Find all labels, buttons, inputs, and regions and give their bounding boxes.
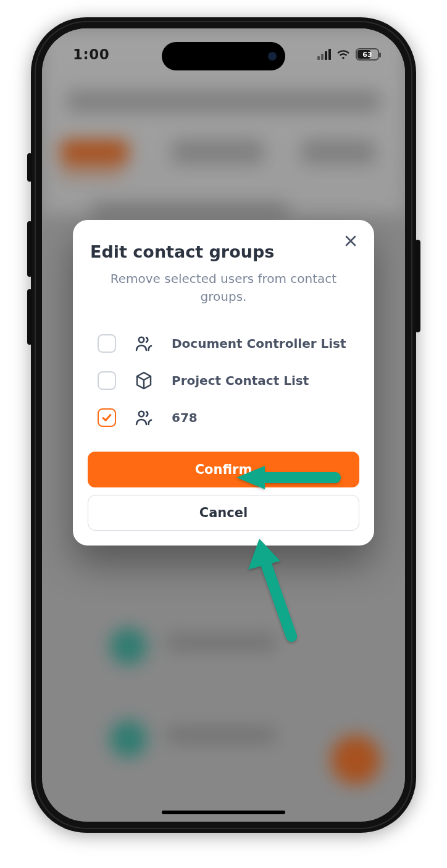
annotation-arrow-up [248, 539, 304, 644]
side-button [27, 153, 32, 182]
svg-point-0 [139, 337, 144, 342]
edit-contact-groups-modal: Edit contact groups Remove selected user… [73, 220, 374, 546]
check-icon [101, 411, 113, 424]
status-time: 1:00 [73, 46, 109, 62]
annotation-arrow-left [236, 462, 341, 493]
cellular-icon [317, 49, 331, 60]
svg-marker-3 [236, 466, 265, 489]
dynamic-island [162, 42, 285, 70]
group-label: 678 [172, 410, 198, 425]
checkbox-checked[interactable] [98, 408, 116, 427]
svg-line-4 [267, 566, 291, 636]
close-icon [344, 234, 357, 248]
modal-title: Edit contact groups [88, 238, 359, 270]
checkbox-unchecked[interactable] [98, 334, 116, 353]
wifi-icon [336, 49, 351, 60]
group-row[interactable]: Document Controller List [98, 334, 353, 353]
modal-subtitle: Remove selected users from contact group… [88, 270, 359, 331]
cube-icon [133, 371, 154, 390]
cancel-button[interactable]: Cancel [88, 495, 359, 531]
group-list: Document Controller List Project Contact… [88, 331, 359, 452]
group-label: Document Controller List [172, 336, 346, 351]
close-button[interactable] [341, 231, 361, 251]
group-label: Project Contact List [172, 373, 309, 388]
group-row[interactable]: Project Contact List [98, 371, 353, 390]
battery-icon: 63 [356, 48, 379, 61]
home-indicator [162, 811, 285, 814]
screen: 1:00 63 Edit contact groups Remove sel [42, 28, 405, 822]
checkbox-unchecked[interactable] [98, 371, 116, 390]
users-icon [133, 409, 154, 426]
power-button [415, 240, 420, 332]
phone-frame: 1:00 63 Edit contact groups Remove sel [31, 17, 416, 833]
svg-point-1 [139, 411, 144, 416]
volume-up-button [27, 221, 32, 277]
users-icon [133, 335, 154, 352]
volume-down-button [27, 289, 32, 345]
group-row[interactable]: 678 [98, 408, 353, 427]
battery-level: 63 [362, 51, 372, 59]
svg-marker-5 [248, 539, 280, 570]
